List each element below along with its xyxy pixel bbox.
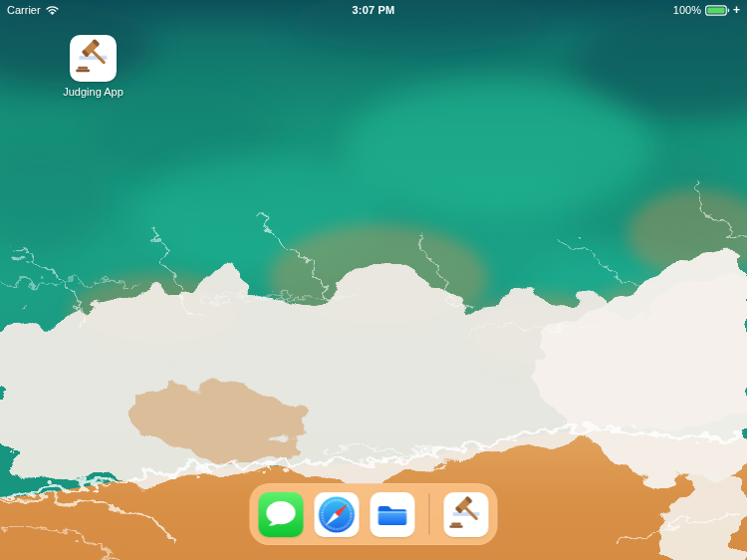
battery-percent: 100% — [673, 4, 701, 16]
app-label: Judging App — [63, 86, 124, 98]
dock-app-files[interactable] — [371, 492, 415, 537]
dock-app-judging-app[interactable] — [444, 492, 489, 537]
carrier-label: Carrier — [7, 4, 41, 16]
dock — [250, 483, 498, 545]
charging-indicator: + — [733, 4, 740, 16]
safari-icon — [315, 492, 360, 537]
dock-app-safari[interactable] — [315, 492, 360, 537]
page-dot[interactable] — [360, 458, 365, 463]
dock-app-messages[interactable] — [259, 492, 304, 537]
files-icon — [371, 492, 415, 537]
ipad-home-screen: Carrier 3:07 PM 100% + Judging App — [0, 0, 747, 560]
status-bar: Carrier 3:07 PM 100% + — [0, 0, 747, 20]
clock: 3:07 PM — [353, 4, 395, 16]
gavel-icon — [444, 492, 489, 537]
page-dot[interactable] — [383, 458, 388, 463]
wifi-icon — [46, 5, 59, 15]
page-dot[interactable] — [372, 458, 376, 463]
battery-icon — [705, 5, 730, 16]
app-judging-app[interactable]: Judging App — [55, 35, 131, 98]
messages-icon — [259, 492, 304, 537]
page-dots[interactable] — [360, 458, 388, 463]
gavel-icon[interactable] — [70, 35, 117, 82]
dock-divider — [429, 493, 430, 535]
